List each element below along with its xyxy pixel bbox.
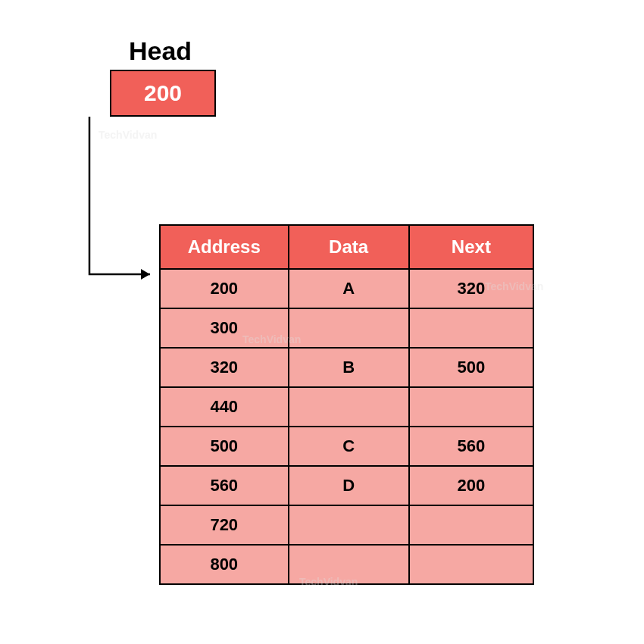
- header-address: Address: [160, 225, 289, 269]
- table-header-row: Address Data Next: [160, 225, 533, 269]
- cell-data: D: [289, 466, 409, 505]
- table-row: 200 A 320: [160, 269, 533, 308]
- table-row: 800: [160, 545, 533, 584]
- cell-address: 500: [160, 427, 289, 466]
- cell-address: 440: [160, 387, 289, 427]
- cell-data: C: [289, 427, 409, 466]
- table-row: 500 C 560: [160, 427, 533, 466]
- cell-address: 560: [160, 466, 289, 505]
- table-row: 720: [160, 505, 533, 545]
- table-row: 560 D 200: [160, 466, 533, 505]
- svg-marker-0: [141, 269, 150, 280]
- table-row: 320 B 500: [160, 348, 533, 387]
- cell-data: A: [289, 269, 409, 308]
- cell-data: [289, 308, 409, 348]
- memory-table: Address Data Next 200 A 320 300 320 B 50…: [159, 224, 534, 585]
- cell-address: 800: [160, 545, 289, 584]
- cell-data: [289, 387, 409, 427]
- head-pointer-box: 200: [110, 70, 216, 117]
- pointer-arrow: [74, 115, 173, 282]
- table-row: 300: [160, 308, 533, 348]
- header-next: Next: [409, 225, 533, 269]
- cell-next: 560: [409, 427, 533, 466]
- cell-next: [409, 545, 533, 584]
- head-title: Head: [129, 36, 192, 66]
- cell-next: [409, 387, 533, 427]
- cell-address: 300: [160, 308, 289, 348]
- cell-address: 720: [160, 505, 289, 545]
- header-data: Data: [289, 225, 409, 269]
- cell-data: [289, 505, 409, 545]
- cell-data: [289, 545, 409, 584]
- cell-address: 320: [160, 348, 289, 387]
- cell-address: 200: [160, 269, 289, 308]
- cell-next: [409, 308, 533, 348]
- head-pointer-value: 200: [144, 80, 182, 106]
- cell-next: 320: [409, 269, 533, 308]
- cell-next: [409, 505, 533, 545]
- cell-next: 200: [409, 466, 533, 505]
- cell-data: B: [289, 348, 409, 387]
- cell-next: 500: [409, 348, 533, 387]
- table-row: 440: [160, 387, 533, 427]
